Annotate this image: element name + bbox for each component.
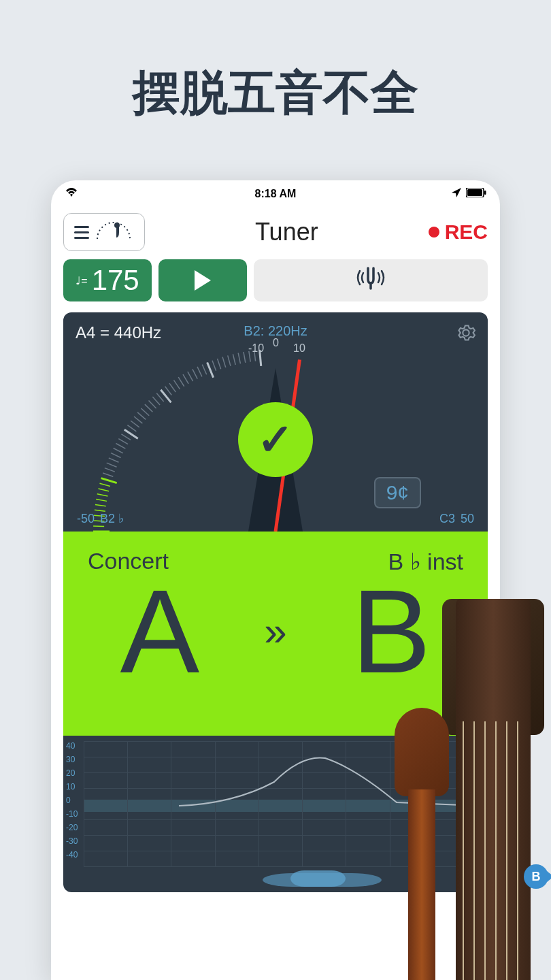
svg-line-78 <box>134 416 142 423</box>
tempo-prefix: ♩= <box>76 274 87 287</box>
svg-line-102 <box>244 352 246 363</box>
svg-line-74 <box>121 434 131 440</box>
pitch-line <box>84 741 481 866</box>
tempo-value: 175 <box>92 264 139 297</box>
svg-line-95 <box>207 363 214 378</box>
status-bar: 8:18 AM <box>51 180 500 208</box>
svg-line-79 <box>137 412 146 419</box>
control-row: ♩= 175 <box>51 259 500 312</box>
play-button[interactable] <box>158 259 247 301</box>
pitch-history-graph[interactable]: 40 30 20 10 0 -10 -20 -30 -40 <box>63 736 488 892</box>
svg-line-72 <box>116 443 125 448</box>
tempo-button[interactable]: ♩= 175 <box>63 259 152 301</box>
tick-label-plus10: 10 <box>293 342 305 354</box>
svg-line-68 <box>107 463 117 467</box>
tuning-fork-icon <box>350 264 391 297</box>
tuner-gauge-panel: A4 = 440Hz B2: 220Hz -10 0 10 ✓ 9¢ -50 B… <box>63 312 488 532</box>
svg-line-97 <box>218 359 221 369</box>
location-icon <box>451 187 462 201</box>
record-dot-icon <box>429 227 439 238</box>
svg-point-3 <box>114 223 120 228</box>
hamburger-icon <box>74 226 89 239</box>
graph-grid <box>84 741 481 866</box>
play-icon <box>195 270 211 291</box>
svg-line-66 <box>103 473 113 476</box>
graph-y-labels: 40 30 20 10 0 -10 -20 -30 -40 <box>66 741 78 860</box>
svg-line-93 <box>197 367 202 376</box>
record-label: REC <box>445 220 488 244</box>
svg-line-94 <box>202 365 206 375</box>
string-indicator-badge: B <box>524 864 548 889</box>
svg-line-99 <box>228 355 231 365</box>
wifi-icon <box>65 187 78 201</box>
in-tune-indicator: ✓ <box>238 402 313 477</box>
svg-line-96 <box>212 361 216 371</box>
tuner-gauge-icon <box>93 218 134 246</box>
svg-line-86 <box>165 387 172 395</box>
tick-label-minus10: -10 <box>248 342 264 354</box>
svg-line-101 <box>238 353 240 364</box>
svg-line-69 <box>109 458 119 462</box>
menu-button[interactable] <box>63 213 145 251</box>
note-display-panel[interactable]: Concert B ♭ inst A » B <box>63 532 488 736</box>
svg-line-63 <box>99 489 110 491</box>
status-time: 8:18 AM <box>255 188 297 200</box>
scale-endpoints: -50 B2 ♭ C3 50 <box>63 511 488 526</box>
record-button[interactable]: REC <box>429 220 488 244</box>
svg-line-88 <box>174 380 180 389</box>
transposed-note: B <box>352 572 431 691</box>
svg-line-83 <box>152 397 160 405</box>
check-icon: ✓ <box>257 414 294 465</box>
scale-left-note: B2 ♭ <box>100 511 124 526</box>
svg-line-64 <box>99 483 110 486</box>
svg-line-82 <box>148 401 156 408</box>
battery-icon <box>466 188 486 200</box>
svg-line-80 <box>141 408 149 416</box>
svg-line-70 <box>111 453 120 458</box>
svg-rect-1 <box>467 189 482 196</box>
svg-line-60 <box>95 504 106 506</box>
svg-rect-2 <box>484 191 486 195</box>
svg-line-76 <box>127 425 136 431</box>
svg-line-65 <box>101 478 117 483</box>
svg-line-98 <box>222 357 226 368</box>
svg-line-100 <box>233 354 235 365</box>
svg-line-89 <box>178 377 184 387</box>
transpose-arrow-icon: » <box>264 608 286 655</box>
svg-line-81 <box>145 404 152 412</box>
app-header: Tuner REC <box>51 208 500 259</box>
scale-right-note: C3 <box>439 512 455 526</box>
tick-label-zero: 0 <box>273 337 279 348</box>
phone-mockup: 8:18 AM Tuner REC <box>51 180 500 980</box>
svg-line-61 <box>96 500 107 502</box>
scale-left-cents: -50 <box>77 512 95 526</box>
svg-line-67 <box>105 468 115 472</box>
tuning-fork-button[interactable] <box>254 259 488 301</box>
svg-line-77 <box>131 421 139 427</box>
svg-line-62 <box>97 494 108 496</box>
svg-line-92 <box>193 369 197 378</box>
svg-line-90 <box>183 374 188 384</box>
app-title: Tuner <box>255 218 318 246</box>
svg-line-91 <box>188 372 193 381</box>
cents-offset-badge: 9¢ <box>374 477 421 508</box>
scale-right-cents: 50 <box>461 512 474 526</box>
promo-headline: 摆脱五音不全 <box>0 0 551 125</box>
audio-waveform <box>84 870 481 887</box>
svg-line-84 <box>156 393 163 402</box>
svg-line-73 <box>118 439 128 444</box>
svg-line-87 <box>169 383 176 392</box>
svg-line-71 <box>114 448 123 453</box>
concert-note: A <box>120 572 200 691</box>
